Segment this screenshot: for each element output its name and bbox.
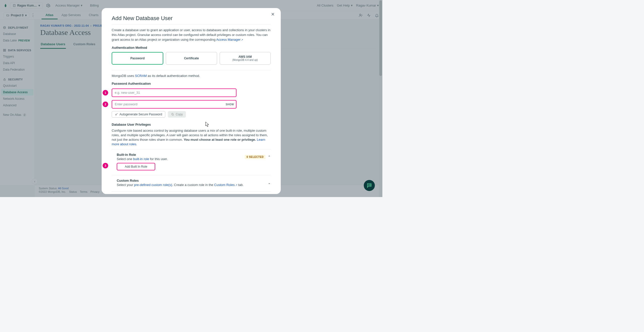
key-icon [115,113,118,116]
access-manager-inline-link[interactable]: Access Manager↗ [216,38,243,41]
auth-method-password[interactable]: Password [112,52,163,65]
modal-title: Add New Database User [112,15,271,22]
builtin-role-block: Built-in Role Select one built-in role f… [112,149,271,172]
external-link-icon: ↗ [241,38,243,41]
predefined-roles-link[interactable]: pre-defined custom role(s) [134,183,172,187]
privileges-description: Configure role based access control by a… [112,128,271,147]
password-input[interactable] [112,100,236,109]
custom-roles-title: Custom Roles [117,179,244,182]
custom-roles-tab-link[interactable]: Custom Roles↗ [214,183,237,187]
callout-marker-2: 2 [103,102,108,107]
chevron-down-icon[interactable]: ⌄ [268,181,271,185]
builtin-role-sub: Select one built-in role for this user. [117,157,168,161]
builtin-role-link[interactable]: built-in role [133,157,149,161]
add-database-user-modal: ✕ Add New Database User Create a databas… [102,8,281,194]
scram-note: MongoDB uses SCRAM as its default authen… [112,74,271,78]
autogenerate-password-button[interactable]: Autogenerate Secure Password [112,111,165,118]
svg-point-11 [368,185,369,185]
auth-method-label: Authentication Method [112,46,271,50]
copy-icon [171,113,174,116]
svg-point-12 [369,185,370,185]
show-password-button[interactable]: SHOW [226,103,234,106]
username-input[interactable] [112,88,236,97]
chevron-up-icon[interactable]: ⌃ [268,155,271,159]
svg-point-13 [370,185,371,185]
chat-fab-button[interactable] [364,180,375,191]
db-user-privileges-label: Database User Privileges [112,123,271,126]
add-builtin-role-button[interactable]: Add Built In Role [117,163,155,170]
close-icon[interactable]: ✕ [271,12,275,17]
specific-privileges-block: Specific Privileges Select multiple priv… [112,191,271,194]
external-link-icon: ↗ [235,184,237,186]
auth-method-certificate[interactable]: Certificate [166,52,217,65]
password-auth-label: Password Authentication [112,82,271,85]
custom-roles-block: Custom Roles Select your pre-defined cus… [112,175,271,189]
svg-rect-10 [172,114,174,115]
svg-point-9 [115,114,116,115]
scram-link[interactable]: SCRAM [135,74,147,78]
copy-password-button: Copy [168,111,186,118]
modal-intro-text: Create a database user to grant an appli… [112,28,271,42]
callout-marker-1: 1 [103,90,108,96]
auth-method-aws-iam[interactable]: AWS IAM (MongoDB 4.4 and up) [220,52,271,65]
callout-marker-3: 3 [103,163,108,168]
builtin-role-title: Built-in Role [117,153,168,157]
chat-icon [367,183,372,188]
selected-count-badge: 0 SELECTED [245,155,265,159]
custom-roles-sub: Select your pre-defined custom role(s). … [117,183,244,187]
